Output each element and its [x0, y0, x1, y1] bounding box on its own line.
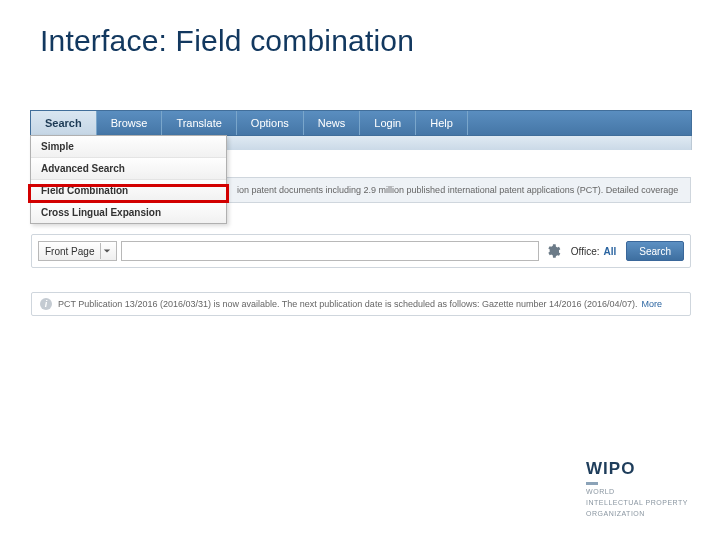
description-text: ion patent documents including 2.9 milli… — [237, 185, 678, 195]
nav-options[interactable]: Options — [237, 111, 304, 135]
wipo-sub2: INTELLECTUAL PROPERTY — [586, 498, 688, 507]
notice-text: PCT Publication 13/2016 (2016/03/31) is … — [58, 299, 638, 309]
info-icon: i — [40, 298, 52, 310]
nav-search[interactable]: Search — [31, 111, 97, 135]
dropdown-item-field-combination[interactable]: Field Combination — [31, 180, 226, 202]
chevron-down-icon — [100, 243, 112, 259]
dropdown-item-cross-lingual[interactable]: Cross Lingual Expansion — [31, 202, 226, 223]
nav-news[interactable]: News — [304, 111, 361, 135]
office-value[interactable]: All — [604, 246, 617, 257]
dropdown-item-simple[interactable]: Simple — [31, 136, 226, 158]
field-select[interactable]: Front Page — [38, 241, 117, 261]
nav-login[interactable]: Login — [360, 111, 416, 135]
nav-translate[interactable]: Translate — [162, 111, 236, 135]
field-select-value: Front Page — [45, 246, 94, 257]
gear-icon[interactable] — [545, 243, 561, 259]
wipo-brand: WIPO — [586, 459, 688, 479]
search-button[interactable]: Search — [626, 241, 684, 261]
wipo-bar — [586, 482, 598, 485]
nav-help[interactable]: Help — [416, 111, 468, 135]
wipo-sub1: WORLD — [586, 487, 688, 496]
notice-more-link[interactable]: More — [642, 299, 663, 309]
search-bar: Front Page Office: All Search — [31, 234, 691, 268]
slide-title: Interface: Field combination — [0, 0, 720, 58]
search-dropdown: Simple Advanced Search Field Combination… — [30, 135, 227, 224]
search-input[interactable] — [121, 241, 538, 261]
footer-logo: WIPO WORLD INTELLECTUAL PROPERTY ORGANIZ… — [586, 459, 688, 518]
dropdown-item-advanced-search[interactable]: Advanced Search — [31, 158, 226, 180]
main-navbar: Search Browse Translate Options News Log… — [30, 110, 692, 136]
office-label: Office: — [571, 246, 600, 257]
wipo-sub3: ORGANIZATION — [586, 509, 688, 518]
notice-bar: i PCT Publication 13/2016 (2016/03/31) i… — [31, 292, 691, 316]
nav-browse[interactable]: Browse — [97, 111, 163, 135]
